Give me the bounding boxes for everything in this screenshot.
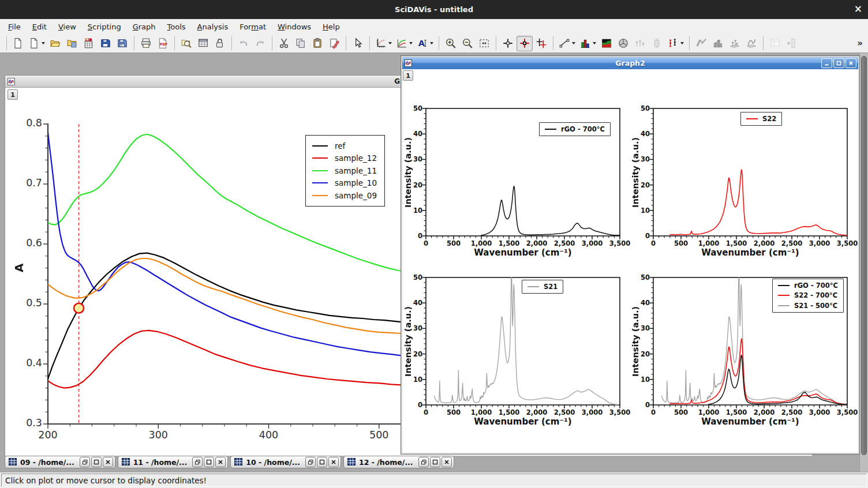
graph2-titlebar[interactable]: Graph2 [402,57,858,69]
raman-s21-plot-canvas[interactable]: 05001,0001,5002,0002,5003,0003,500010203… [405,272,631,440]
graph2-layer-button[interactable]: 1 [403,70,413,81]
workspace-vertical-scrollbar[interactable] [859,53,868,472]
open-project-button[interactable] [47,36,63,51]
menu-file[interactable]: File [2,21,27,33]
raman-s21-legend[interactable]: S21 [522,280,563,294]
redo-icon [255,37,266,49]
menu-graph[interactable]: Graph [127,21,162,33]
graph2-content: 1 05001,0001,5002,0002,5003,0003,5000102… [402,69,858,453]
add-text-button[interactable]: A [415,36,435,51]
menu-format[interactable]: Format [234,21,272,33]
svg-text:2,500: 2,500 [781,239,802,247]
save-template-button[interactable] [114,36,130,51]
pie-plot-button[interactable] [615,36,631,51]
restore-icon[interactable] [192,457,203,467]
menu-analysis[interactable]: Analysis [192,21,234,33]
select-data-range-button[interactable] [533,36,549,51]
raman-x-axis-title: Wavenumber (cm⁻¹) [653,416,847,427]
svg-text:0: 0 [424,408,428,416]
close-icon[interactable] [103,457,113,467]
close-icon[interactable] [328,457,339,467]
close-icon[interactable] [845,58,856,68]
maximize-icon[interactable] [204,457,214,467]
results-log-button[interactable] [195,36,211,51]
svg-text:40: 40 [413,130,422,138]
raman-rgo-legend[interactable]: rGO - 700°C [539,122,611,136]
svg-text:40: 40 [413,299,422,307]
bar-plot-button[interactable] [578,36,598,51]
svg-text:0.5: 0.5 [26,297,42,309]
minimized-window-09[interactable]: 09 - /home/... [5,456,115,468]
restore-icon[interactable] [418,457,429,467]
restore-icon[interactable] [80,457,90,467]
raman-s22-plot-canvas[interactable]: 05001,0001,5002,0002,5003,0003,500010203… [632,103,858,271]
save-project-button[interactable] [98,36,114,51]
close-icon[interactable] [442,457,452,467]
plot3d-ribbon-button[interactable] [693,36,709,51]
cut-button[interactable] [276,36,292,51]
uvvis-legend[interactable]: refsample_12sample_11sample_10sample_09 [305,135,385,207]
legend-line-swatch [312,195,328,196]
menu-tools[interactable]: Tools [162,21,192,33]
plot-curves-button[interactable] [394,36,414,51]
svg-text:0.8: 0.8 [26,117,42,129]
menu-edit[interactable]: Edit [27,21,53,33]
import-ascii-button[interactable]: 123 [81,36,97,51]
plot-axes-button[interactable] [373,36,394,51]
print-button[interactable] [138,36,154,51]
menu-help[interactable]: Help [317,21,346,33]
open-template-button[interactable] [64,36,80,51]
toolbar-separator [6,36,7,50]
menu-scripting[interactable]: Scripting [82,21,127,33]
plot3d-bars-button[interactable] [710,36,726,51]
pointer-button[interactable] [350,36,366,51]
maximize-icon[interactable] [833,58,844,68]
zoom-in-button[interactable] [443,36,459,51]
screen-reader-button[interactable] [500,36,516,51]
new-aspect-button[interactable] [27,36,47,51]
close-icon[interactable] [215,457,226,467]
raman-combined-legend[interactable]: rGO - 700°CS22 - 700°CS21 - 500°C [772,279,844,313]
maximize-icon[interactable] [317,457,327,467]
raman-s22-legend[interactable]: S22 [740,112,782,126]
data-reader-button[interactable] [517,36,533,51]
legend-label: sample_12 [335,153,377,163]
area-plot-button[interactable] [598,36,615,51]
minimized-window-11[interactable]: 11 - /home/... [118,456,229,468]
error-bars-icon [667,37,679,49]
legend-entry: S21 - 500°C [778,301,838,311]
maximize-icon[interactable] [91,457,102,467]
toolbar-buttons: 123PDFA [10,36,855,51]
box-plot-button [649,36,665,51]
zoom-out-button[interactable] [459,36,476,51]
plot3d-trajectory-button[interactable] [743,36,760,51]
svg-text:0: 0 [645,232,650,240]
window-close-button[interactable]: × [854,0,862,19]
open-project-icon [50,37,61,49]
minimize-icon[interactable] [821,58,832,68]
maximize-icon[interactable] [430,457,440,467]
menu-view[interactable]: View [53,21,82,33]
svg-text:500: 500 [369,429,388,441]
minimized-window-10[interactable]: 10 - /home/... [230,456,341,468]
copy-button[interactable] [293,36,309,51]
line-plot-button[interactable] [557,36,577,51]
project-explorer-button[interactable] [178,36,194,51]
new-project-button[interactable] [10,36,26,51]
paste-button[interactable] [309,36,326,51]
menu-windows[interactable]: Windows [272,21,317,33]
svg-text:0.7: 0.7 [26,177,42,189]
toolbar-overflow-button[interactable]: » [855,38,865,48]
export-pdf-button[interactable]: PDF [155,36,171,51]
lock-toolbars-button[interactable] [212,36,228,51]
minimized-window-12[interactable]: 12 - /home/... [343,456,454,468]
delete-selection-button[interactable] [326,36,342,51]
restore-icon[interactable] [305,457,316,467]
scrollbar-thumb[interactable] [861,56,867,455]
rescale-button[interactable] [476,36,492,51]
error-bars-button[interactable] [665,36,686,51]
svg-text:40: 40 [641,299,650,307]
graph1-layer-button[interactable]: 1 [8,89,18,100]
legend-entry: sample_12 [312,152,377,165]
plot3d-scatter-button[interactable] [727,36,743,51]
